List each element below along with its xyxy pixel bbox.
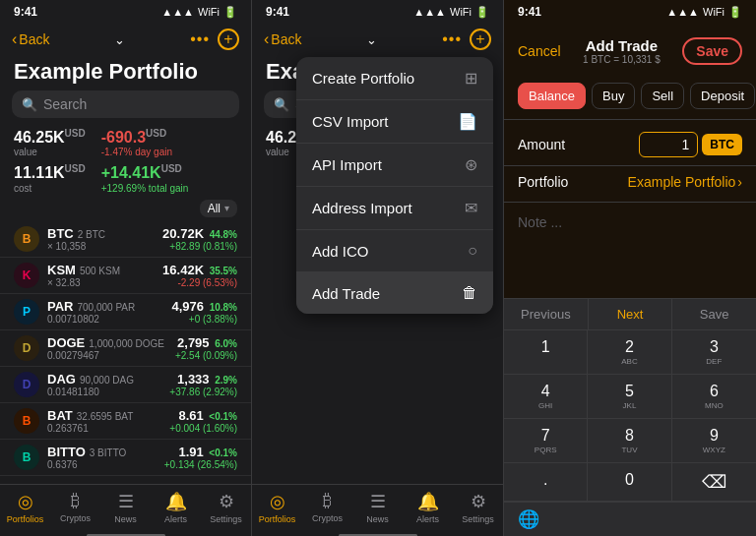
coin-holdings: 1,000,000 DOGE	[89, 338, 164, 349]
add-button-left[interactable]: +	[218, 29, 239, 50]
trade-subtitle: 1 BTC = 10,331 $	[583, 54, 661, 65]
nav-label: Settings	[210, 514, 242, 524]
bottom-nav-item-portfolios[interactable]: ◎ Portfolios	[252, 491, 302, 524]
list-item[interactable]: D DOGE 1,000,000 DOGE 0.00279467 2,795 6…	[0, 330, 251, 367]
coin-price: × 32.83	[47, 277, 162, 288]
key-3[interactable]: 3DEF	[672, 330, 756, 375]
coin-name: DAG	[47, 372, 76, 387]
coin-holdings: 32.6595 BAT	[77, 411, 134, 422]
cancel-button[interactable]: Cancel	[518, 43, 561, 59]
bottom-nav-item-news[interactable]: ☰ News	[352, 491, 403, 524]
dropdown-item-api-import[interactable]: API Import ⊛	[296, 144, 493, 187]
key-2[interactable]: 2ABC	[588, 330, 671, 375]
globe-icon[interactable]: 🌐	[518, 508, 539, 530]
list-item[interactable]: B BITTO 3 BITTO 0.6376 1.91 <0.1% +0.134…	[0, 440, 251, 476]
nav-label: Alerts	[416, 514, 439, 524]
wifi-icon-right: WiFi	[703, 6, 724, 18]
status-bar-left: 9:41 ▲▲▲ WiFi 🔋	[0, 0, 251, 22]
trade-tab-buy[interactable]: Buy	[592, 83, 635, 109]
save-button[interactable]: Save	[682, 37, 742, 65]
note-field[interactable]: Note ...	[504, 207, 756, 238]
nav-label: Alerts	[164, 514, 187, 524]
trade-tab-deposit[interactable]: Deposit	[690, 83, 755, 109]
dropdown-item-icon: ○	[468, 242, 477, 260]
trade-tab-balance[interactable]: Balance	[518, 83, 586, 109]
bottom-nav-item-cryptos[interactable]: ₿ Cryptos	[50, 491, 100, 524]
bottom-nav-item-alerts[interactable]: 🔔 Alerts	[151, 491, 201, 524]
portfolio-title-left: Example Portfolio	[0, 57, 251, 90]
key-7[interactable]: 7PQRS	[504, 419, 588, 463]
more-button-mid[interactable]: •••	[442, 30, 462, 48]
list-item[interactable]: K KSM 500 KSM × 32.83 16.42K 35.5% -2.29…	[0, 258, 251, 294]
trade-title-block: Add Trade 1 BTC = 10,331 $	[583, 37, 661, 65]
filter-chevron-left: ▾	[224, 203, 229, 213]
coin-name: BTC	[47, 226, 74, 241]
key-backspace[interactable]: ⌫	[672, 463, 756, 502]
nav-label: Cryptos	[60, 513, 91, 523]
list-item[interactable]: B BTC 2 BTC × 10,358 20.72K 44.8% +82.89…	[0, 221, 251, 258]
amount-input[interactable]: 1	[639, 132, 698, 157]
coin-icon: K	[14, 263, 39, 288]
back-button-left[interactable]: ‹ Back	[12, 30, 49, 48]
dropdown-item-create-portfolio[interactable]: Create Portfolio ⊞	[296, 57, 493, 100]
key-8[interactable]: 8TUV	[588, 419, 671, 463]
search-bar-left[interactable]: 🔍 Search	[12, 90, 239, 118]
dropdown-item-label: Add Trade	[312, 285, 380, 302]
nav-icon: ◎	[270, 491, 285, 512]
key-dot[interactable]: .	[504, 463, 588, 502]
dropdown-item-csv-import[interactable]: CSV Import 📄	[296, 100, 493, 144]
dropdown-menu: Create Portfolio ⊞ CSV Import 📄 API Impo…	[296, 57, 493, 314]
nav-chevron-mid[interactable]: ⌄	[366, 32, 377, 47]
key-9[interactable]: 9WXYZ	[672, 419, 756, 463]
bottom-nav-item-cryptos[interactable]: ₿ Cryptos	[302, 491, 352, 524]
trade-tab-sell[interactable]: Sell	[641, 83, 684, 109]
key-1[interactable]: 1	[504, 330, 588, 375]
bottom-nav-item-settings[interactable]: ⚙ Settings	[453, 491, 503, 524]
coin-change: +0.004 (1.60%)	[169, 423, 237, 434]
left-panel: 9:41 ▲▲▲ WiFi 🔋 ‹ Back ⌄ ••• + Example P…	[0, 0, 251, 536]
key-sub: MNO	[676, 401, 752, 410]
currency-label: BTC	[702, 134, 742, 155]
filter-row-left: All ▾	[0, 198, 251, 221]
key-6[interactable]: 6MNO	[672, 375, 756, 419]
keyboard-save-key[interactable]: Save	[672, 299, 756, 329]
next-key[interactable]: Next	[589, 299, 673, 329]
key-5[interactable]: 5JKL	[588, 375, 671, 419]
dropdown-item-add-ico[interactable]: Add ICO ○	[296, 230, 493, 272]
list-item[interactable]: B BAT 32.6595 BAT 0.263761 8.61 <0.1% +0…	[0, 403, 251, 440]
key-main: 5	[592, 383, 666, 400]
previous-key[interactable]: Previous	[504, 299, 589, 329]
key-0[interactable]: 0	[588, 463, 671, 502]
coin-info: KSM 500 KSM × 32.83	[47, 263, 162, 288]
bottom-nav-item-portfolios[interactable]: ◎ Portfolios	[0, 491, 50, 524]
list-item[interactable]: P PAR 700,000 PAR 0.00710802 4,976 10.8%…	[0, 294, 251, 330]
add-button-mid[interactable]: +	[470, 29, 491, 50]
keyboard-grid: 12ABC3DEF4GHI5JKL6MNO7PQRS8TUV9WXYZ.0⌫	[504, 330, 756, 502]
value-amount-left: 46.25KUSD	[14, 128, 86, 147]
coin-icon: D	[14, 372, 39, 397]
dropdown-item-add-trade[interactable]: Add Trade 🗑	[296, 272, 493, 314]
coin-change: +0.134 (26.54%)	[164, 459, 237, 470]
bottom-nav-left: ◎ Portfolios ₿ Cryptos ☰ News 🔔 Alerts ⚙…	[0, 484, 251, 532]
nav-chevron-left[interactable]: ⌄	[114, 32, 125, 47]
coin-right: 20.72K 44.8% +82.89 (0.81%)	[162, 226, 237, 252]
more-button-left[interactable]: •••	[190, 30, 210, 48]
back-button-mid[interactable]: ‹ Back	[264, 30, 301, 48]
total-gain-amount-left: +14.41KUSD	[101, 163, 189, 182]
key-4[interactable]: 4GHI	[504, 375, 588, 419]
bottom-nav-item-settings[interactable]: ⚙ Settings	[201, 491, 251, 524]
dropdown-item-label: Create Portfolio	[312, 70, 414, 87]
list-item[interactable]: D DAG 90,000 DAG 0.01481180 1,333 2.9% +…	[0, 367, 251, 403]
dropdown-item-address-import[interactable]: Address Import ✉	[296, 187, 493, 230]
coin-name: BITTO	[47, 445, 86, 459]
portfolio-row[interactable]: Portfolio Example Portfolio ›	[504, 166, 756, 198]
bottom-nav-item-alerts[interactable]: 🔔 Alerts	[403, 491, 453, 524]
nav-label: Portfolios	[7, 514, 44, 524]
cost-stat-left: 11.11KUSD cost	[14, 163, 86, 193]
bottom-nav-item-news[interactable]: ☰ News	[100, 491, 151, 524]
nav-icon: ⚙	[219, 491, 234, 512]
trade-title: Add Trade	[583, 37, 661, 54]
cost-amount-left: 11.11KUSD	[14, 163, 86, 182]
coin-right: 1,333 2.9% +37.86 (2.92%)	[169, 372, 237, 397]
filter-button-left[interactable]: All ▾	[200, 200, 237, 217]
